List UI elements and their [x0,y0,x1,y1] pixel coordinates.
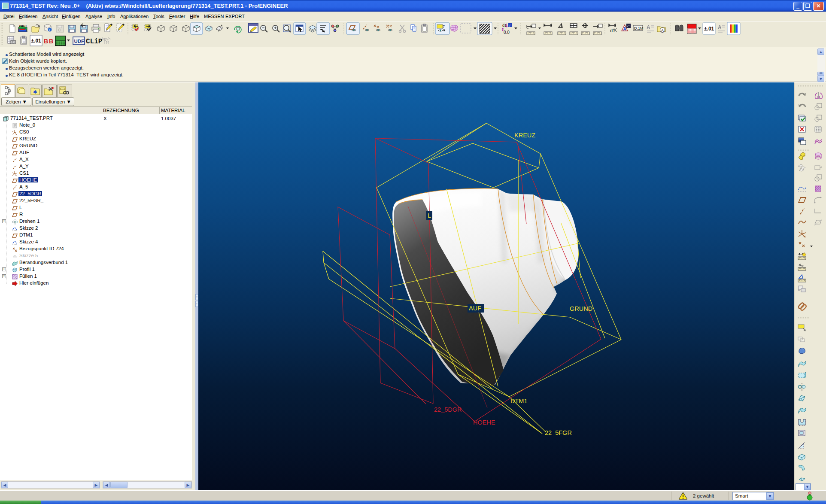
svg-text:BB: BB [44,38,54,45]
svg-text:km/h: km/h [102,37,111,41]
svg-text:Ð.1M: Ð.1M [634,26,644,30]
svg-text:✱: ✱ [33,89,37,94]
svg-text:22_5DGR: 22_5DGR [434,406,462,413]
svg-text:GRUND: GRUND [570,305,592,312]
svg-text:KREUZ: KREUZ [514,132,535,139]
svg-text:0.0: 0.0 [504,30,510,35]
svg-text:d1: d1 [610,28,615,33]
svg-text:7: 7 [443,24,445,29]
svg-text:CLiP: CLiP [86,38,102,46]
svg-text:22_5FGR_: 22_5FGR_ [545,429,576,436]
svg-text:HOEHE: HOEHE [473,419,495,426]
svg-text:i: i [49,28,50,32]
svg-text:A: A [718,24,722,30]
svg-text:d1: d1 [502,23,507,27]
svg-text:A: A [623,27,626,31]
svg-text:FAST: FAST [19,24,27,27]
svg-text:i: i [510,24,510,27]
svg-text:A: A [647,24,650,30]
svg-text:UDF: UDF [74,39,85,44]
svg-text:L: L [428,212,431,219]
svg-text:AUF: AUF [469,305,481,312]
svg-text:±.01: ±.01 [31,38,42,44]
svg-text:A: A [661,28,664,33]
svg-text:±.01: ±.01 [704,26,714,32]
svg-text:DTM1: DTM1 [510,398,527,404]
